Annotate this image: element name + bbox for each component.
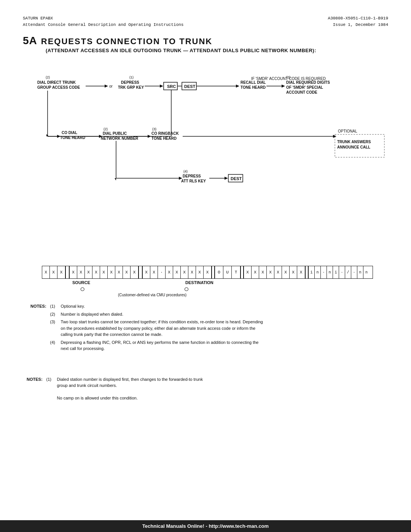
cell-g3-1: X [143,266,150,278]
co-dial-label1: CO DIAL [62,131,77,135]
footer-text: Technical Manuals Online! - http://www.t… [142,523,269,529]
step4-num: (4) [183,169,188,173]
step1-label2: TRK GRP KEY [118,85,144,89]
page-header: SATURN EPABX Attendant Console General D… [23,15,388,28]
step4-label2: ATT RLS KEY [181,179,206,183]
step3-label1: CO RINGBACK [151,131,179,136]
step3-label2: TONE HEARD [151,136,177,141]
cell-g5-2: X [252,266,259,278]
cell-g5-4: X [267,266,274,278]
cell-g6-dot3: · [351,266,357,278]
cell-g3-2: X [150,266,158,278]
notes-header-row: NOTES: (1) Optional key. (2) Number is d… [30,303,388,353]
co-dial-label2: TONE HEARD [60,136,85,140]
cell-g6-i1: i [309,266,315,278]
cell-g2-9: X [131,266,138,278]
console-group3: X X · X X X X X X [143,266,212,278]
svg-marker-25 [115,178,116,181]
cell-u: U [223,266,232,278]
console-gap1 [66,266,70,278]
console-gap5 [306,266,309,278]
step4-label1: DEPRESS [183,174,201,178]
cell-g5-5: X [274,266,282,278]
note-2-num: (2) [50,311,58,318]
note-3-text: Two loop start trunks cannot be connecte… [61,319,266,338]
company-name: SATURN EPABX [23,15,183,22]
cell-g6-n4: n [363,266,370,278]
cell-g2-3: X [85,266,92,278]
cell-g5-3: X [259,266,267,278]
cell-x3: X [57,266,65,278]
step1-num: (1) [129,75,134,79]
step3-num: (3) [152,127,156,131]
dest-box: DEST [184,84,196,89]
optional-label: OPTIONAL [338,129,357,133]
diagram-area: IF 'SMDR' ACCOUNT CODE IS REQUIRED (2) D… [23,60,388,262]
console-area: X X X X X X X X X X X X X [42,266,388,297]
section-number: 5A [23,35,37,47]
recall-dial-label1: RECALL DIAL [241,80,266,85]
console-gap2 [139,266,143,278]
header-left: SATURN EPABX Attendant Console General D… [23,15,183,28]
cell-g2-8: X [123,266,131,278]
note-item-1: (1) Optional key. [50,303,266,310]
cell-g2-5: X [100,266,108,278]
notes2-list: (1) Dialed station number is displayed f… [46,376,203,403]
console-gap4 [241,266,244,278]
cell-g5-7: X [290,266,297,278]
notes-section: NOTES: (1) Optional key. (2) Number is d… [23,303,388,353]
cell-g6-slash: / [345,266,351,278]
note2-item-1: (1) Dialed station number is displayed f… [46,376,203,401]
cell-g6-dot2: · [339,266,345,278]
cell-x2: X [50,266,57,278]
doc-issue: Issue 1, December 1984 [328,22,388,28]
dest-box2: DEST [231,176,242,181]
svg-marker-29 [225,177,228,180]
console-labels-row: SOURCE DESTINATION [42,280,373,285]
or-label: or [109,84,113,88]
console-group2: X X X X X X X X X [70,266,139,278]
title-main: 5A REQUESTS CONNECTION TO TRUNK [23,35,388,47]
dest-label: DESTINATION [185,280,213,285]
note2-1-num: (1) [46,376,54,401]
console-gap3 [212,266,215,278]
cell-g3-3: X [166,266,173,278]
step2b-num: (2) [286,75,290,79]
cell-o: O [215,266,223,278]
step2b-label1: DIAL REQUIRED DIGITS [286,80,330,85]
title-text: REQUESTS CONNECTION TO TRUNK [41,37,212,46]
step2c-num: (2) [104,127,108,131]
trunk-answers-label1: TRUNK ANSWERS [337,140,371,144]
doc-title: Attendant Console General Description an… [23,22,183,28]
cell-g2-6: X [108,266,115,278]
note-item-2: (2) Number is displayed when dialed. [50,311,266,318]
cell-g2-7: X [115,266,123,278]
cmu-note: (Customer-defined via CMU procedures) [118,293,388,297]
cell-g5-8: X [297,266,305,278]
doc-number: A30808-X5051-C110-1-B919 [328,15,388,22]
notes2-header-row: NOTES: (1) Dialed station number is disp… [27,376,388,403]
footer-bar: Technical Manuals Online! - http://www.t… [0,520,411,532]
recall-dial-label2: TONE HEARD [241,85,266,89]
cell-g2-4: X [92,266,100,278]
note-item-4: (4) Depressing a flashing INC, OPR, RCL … [50,339,266,352]
cell-g3-dot: · [158,266,166,278]
console-strip: X X X X X X X X X X X X X [42,266,373,279]
console-group1: X X X [42,266,66,278]
svg-marker-1 [105,85,108,88]
svg-marker-3 [160,85,163,88]
flow-diagram: IF 'SMDR' ACCOUNT CODE IS REQUIRED (2) D… [23,60,388,258]
step2c-label1: DIAL PUBLIC [103,131,127,136]
title-subtitle: (ATTENDANT ACCESSES AN IDLE OUTGOING TRU… [46,48,388,53]
step2a-num: (2) [46,75,50,79]
note-2-text: Number is displayed when dialed. [61,311,123,318]
cell-g3-4: X [173,266,181,278]
notes-list: (1) Optional key. (2) Number is displaye… [50,303,266,353]
note2-1-text: Dialed station number is displayed first… [57,376,203,401]
src-box: SRC [167,84,176,89]
notes-section2: NOTES: (1) Dialed station number is disp… [23,376,388,403]
cell-g3-7: X [196,266,204,278]
note-item-3: (3) Two loop start trunks cannot be conn… [50,319,266,338]
cell-g3-8: X [204,266,211,278]
cell-t: T [232,266,240,278]
